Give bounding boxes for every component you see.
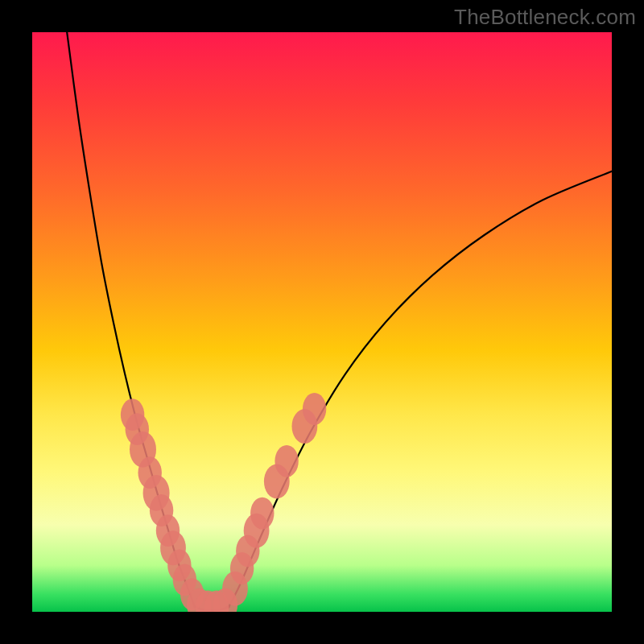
plot-area [32,32,612,612]
data-marker [303,393,326,425]
bottleneck-curve [67,32,612,611]
watermark-text: TheBottleneck.com [454,5,636,30]
marker-group [121,393,326,612]
data-marker [275,445,298,477]
chart-svg [32,32,612,612]
chart-frame: TheBottleneck.com [0,0,644,644]
data-marker [250,497,274,530]
